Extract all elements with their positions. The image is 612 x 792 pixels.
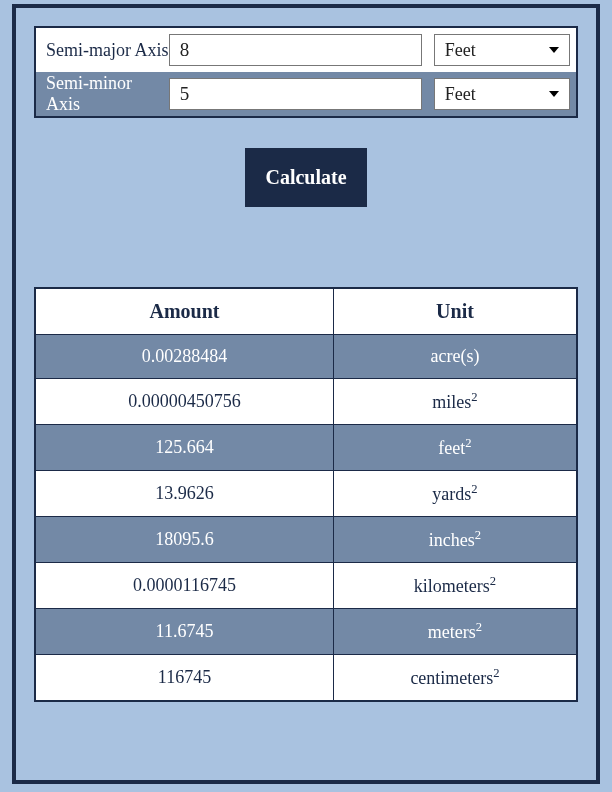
results-header-row: Amount Unit xyxy=(35,288,577,335)
calculate-wrap: Calculate xyxy=(34,148,578,207)
semi-minor-input[interactable] xyxy=(169,78,422,110)
unit-cell: inches2 xyxy=(334,517,577,563)
calculate-button[interactable]: Calculate xyxy=(245,148,366,207)
table-row: 116745centimeters2 xyxy=(35,655,577,702)
input-panel: Semi-major Axis Feet Semi-minor Axis Fee… xyxy=(34,26,578,118)
table-row: 0.00288484acre(s) xyxy=(35,335,577,379)
results-table: Amount Unit 0.00288484acre(s)0.000004507… xyxy=(34,287,578,702)
chevron-down-icon xyxy=(549,91,559,97)
amount-cell: 125.664 xyxy=(35,425,334,471)
amount-cell: 11.6745 xyxy=(35,609,334,655)
unit-cell: meters2 xyxy=(334,609,577,655)
semi-minor-row: Semi-minor Axis Feet xyxy=(36,72,576,116)
chevron-down-icon xyxy=(549,47,559,53)
unit-cell: acre(s) xyxy=(334,335,577,379)
table-row: 0.0000116745kilometers2 xyxy=(35,563,577,609)
semi-major-label: Semi-major Axis xyxy=(36,28,169,72)
semi-minor-label: Semi-minor Axis xyxy=(36,72,169,116)
unit-cell: kilometers2 xyxy=(334,563,577,609)
table-row: 18095.6inches2 xyxy=(35,517,577,563)
unit-cell: yards2 xyxy=(334,471,577,517)
header-unit: Unit xyxy=(334,288,577,335)
table-row: 11.6745meters2 xyxy=(35,609,577,655)
amount-cell: 0.00000450756 xyxy=(35,379,334,425)
unit-cell: miles2 xyxy=(334,379,577,425)
amount-cell: 0.0000116745 xyxy=(35,563,334,609)
semi-major-input[interactable] xyxy=(169,34,422,66)
table-row: 0.00000450756miles2 xyxy=(35,379,577,425)
table-row: 125.664feet2 xyxy=(35,425,577,471)
amount-cell: 0.00288484 xyxy=(35,335,334,379)
semi-major-unit-select[interactable]: Feet xyxy=(434,34,570,66)
unit-cell: centimeters2 xyxy=(334,655,577,702)
semi-minor-unit-value: Feet xyxy=(435,84,549,105)
amount-cell: 13.9626 xyxy=(35,471,334,517)
amount-cell: 116745 xyxy=(35,655,334,702)
amount-cell: 18095.6 xyxy=(35,517,334,563)
calculator-frame: Semi-major Axis Feet Semi-minor Axis Fee… xyxy=(12,4,600,784)
semi-major-row: Semi-major Axis Feet xyxy=(36,28,576,72)
unit-cell: feet2 xyxy=(334,425,577,471)
table-row: 13.9626yards2 xyxy=(35,471,577,517)
semi-minor-unit-select[interactable]: Feet xyxy=(434,78,570,110)
header-amount: Amount xyxy=(35,288,334,335)
semi-major-unit-value: Feet xyxy=(435,40,549,61)
